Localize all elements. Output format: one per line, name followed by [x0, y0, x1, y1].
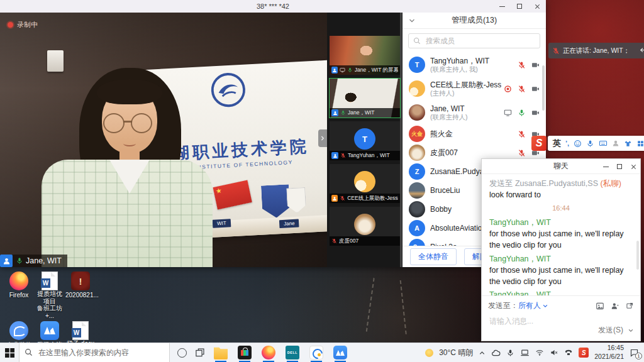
chat-footer: 发送至： 所有人 发送(S) [482, 295, 640, 341]
send-button-label: 发送(S) [598, 325, 623, 336]
tray-weather[interactable]: 30°C 晴朗 [439, 348, 473, 358]
desktop-icon-label: 20200821... [65, 292, 96, 299]
ime-mode-toggle[interactable]: 英 [553, 138, 561, 149]
desktop-icon-firefox[interactable]: Firefox [4, 272, 34, 319]
camera-icon[interactable] [531, 109, 540, 117]
notification-center-button[interactable]: 1 [630, 348, 639, 358]
thumbnail-scrollbar[interactable] [400, 13, 402, 267]
taskbar-search-input[interactable] [37, 348, 164, 358]
send-image-icon[interactable] [596, 302, 604, 310]
member-role: (联席主持人, 我) [430, 65, 515, 74]
return-to-meeting-icon[interactable] [639, 47, 644, 55]
camera-icon[interactable] [531, 85, 540, 93]
mic-muted-icon[interactable] [518, 61, 526, 69]
member-avatar: 火金 [409, 126, 425, 142]
desktop-icon-word[interactable]: 提质培优项目 鲁班工坊+... [35, 272, 65, 319]
close-button[interactable] [528, 0, 546, 13]
sogou-tray-icon[interactable]: S [579, 348, 589, 358]
presenter-glasses [103, 113, 125, 133]
start-button[interactable] [0, 343, 19, 362]
taskbar-app-firefox[interactable] [260, 343, 277, 362]
video-thumbnail[interactable]: CEE线上展助教-Jessie [330, 164, 400, 203]
chat-close-button[interactable] [626, 159, 640, 174]
member-search-input[interactable] [425, 36, 535, 45]
clipboard-icon[interactable] [612, 140, 619, 147]
presenter-glasses [131, 113, 152, 133]
maximize-icon [517, 4, 522, 9]
video-thumbnail[interactable]: TTangYuhan，WIT [330, 121, 400, 160]
send-to-value: 所有人 [518, 300, 541, 311]
tray-microphone-icon[interactable] [506, 349, 514, 357]
popout-chat-icon[interactable] [626, 302, 634, 310]
private-message-header: 发送至 ZusanaE.Pudyastuti,SS (私聊) [489, 178, 633, 189]
panel-expander[interactable] [318, 129, 327, 147]
taskbar-app-tencent-app[interactable] [308, 343, 325, 362]
search-icon [25, 348, 33, 356]
participant-avatar [354, 171, 375, 192]
voice-input-icon[interactable] [586, 140, 594, 148]
chat-title: 聊天 [553, 161, 569, 172]
volume-muted-icon[interactable] [550, 348, 558, 357]
mic-muted-icon [331, 238, 337, 244]
member-list-scrollbar[interactable] [542, 65, 545, 111]
keyboard-icon[interactable] [599, 139, 608, 148]
tray-clock[interactable]: 16:45 2021/6/21 [594, 344, 624, 361]
sogou-logo-icon[interactable]: S [531, 136, 547, 151]
camera-icon[interactable] [531, 61, 540, 69]
mic-muted-icon[interactable] [518, 149, 526, 157]
chat-message-text: for those who just came in, we'll replay… [489, 228, 633, 251]
chat-maximize-button[interactable] [613, 159, 626, 174]
member-search-box[interactable] [408, 33, 540, 48]
video-thumbnail[interactable]: Jane，WIT 的屏幕... [330, 36, 400, 75]
search-icon [413, 37, 421, 45]
weather-sun-icon[interactable] [425, 349, 433, 357]
mic-muted-icon[interactable] [518, 130, 526, 138]
main-video[interactable]: 芜湖职业技术学院 WUHU INSTITUTE OF TECHNOLOGY ★ … [0, 13, 327, 267]
desktop-icon-alarm[interactable]: 20200821... [65, 272, 96, 319]
member-badge-icon [331, 152, 338, 159]
member-row[interactable]: 火金熊火金 [402, 124, 546, 143]
member-row[interactable]: CEE线上展助教-Jessie(主持人) [402, 77, 546, 101]
taskbar-search-box[interactable] [19, 343, 170, 362]
wifi-icon[interactable] [535, 348, 544, 357]
phone-meeting-icon[interactable] [564, 348, 573, 357]
mic-on-icon[interactable] [518, 109, 526, 117]
member-panel-title: 管理成员(13) [452, 15, 497, 26]
show-hidden-icons-chevron[interactable] [479, 349, 486, 356]
chat-scrollbar[interactable] [636, 241, 639, 270]
maximize-button[interactable] [511, 0, 528, 13]
member-row[interactable]: Jane, WIT(联席主持人) [402, 101, 546, 124]
presenter-fringe [97, 79, 162, 104]
thumbnail-participant-name: Jane，WIT 的屏幕... [355, 67, 398, 74]
task-view-button[interactable] [196, 348, 204, 357]
mic-muted-icon[interactable] [518, 85, 526, 93]
taskbar-app-tencent-meeting[interactable] [332, 343, 348, 362]
ime-punctuation-toggle[interactable]: ’, [565, 140, 569, 147]
cortana-button[interactable] [177, 348, 187, 358]
member-row[interactable]: TTangYuhan，WIT(联席主持人, 我) [402, 53, 546, 77]
collapse-panel-icon[interactable] [408, 17, 416, 25]
taskbar-app-file-explorer[interactable] [213, 343, 229, 362]
chat-minimize-button[interactable] [599, 159, 613, 174]
battery-icon[interactable] [520, 348, 530, 358]
video-thumbnail[interactable]: 皮蛋007 [330, 207, 400, 246]
send-button[interactable]: 发送(S) [598, 325, 634, 336]
tray-date: 2021/6/21 [594, 353, 624, 361]
participant-avatar [354, 214, 375, 235]
toolbox-icon[interactable] [636, 140, 644, 148]
emoji-icon[interactable] [574, 140, 582, 148]
mention-member-icon[interactable] [611, 302, 619, 310]
mute-all-button[interactable]: 全体静音 [410, 248, 457, 265]
speaking-floating-bar[interactable]: 正在讲话: Jane, WIT； [548, 43, 644, 58]
video-thumbnail[interactable]: Jane，WIT [330, 79, 400, 118]
send-to-dropdown[interactable]: 所有人 [518, 300, 548, 311]
taskbar-app-microsoft-store[interactable] [236, 343, 253, 362]
thumbnail-participant-name: 皮蛋007 [339, 238, 358, 245]
thumbnail-name-tag: 皮蛋007 [330, 236, 400, 246]
skin-icon[interactable] [624, 140, 632, 148]
mic-muted-icon[interactable] [552, 47, 560, 55]
close-icon [535, 4, 540, 9]
taskbar-app-dell-app[interactable]: DELL [284, 343, 301, 362]
onedrive-cloud-icon[interactable] [491, 348, 501, 358]
minimize-button[interactable] [493, 0, 511, 13]
